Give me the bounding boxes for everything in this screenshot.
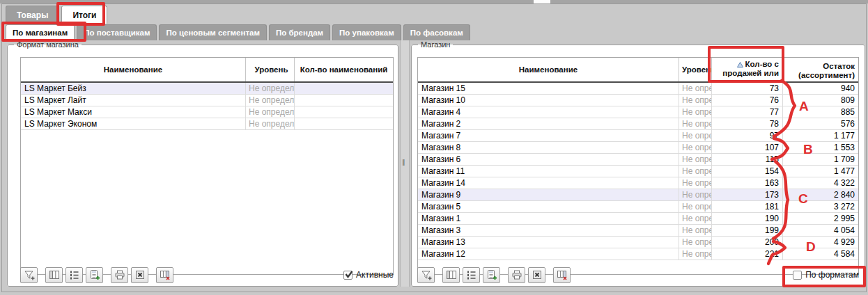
table-row[interactable]: Магазин 6 Не опре 115 1 709 <box>418 154 858 166</box>
col-header-count[interactable]: Кол-во наименований <box>295 58 393 81</box>
table-row[interactable]: Магазин 10 Не опре 76 809 <box>418 95 858 106</box>
cell-stock: 1 553 <box>783 142 858 153</box>
cell-name: Магазин 12 <box>418 248 679 260</box>
subtab-item[interactable]: По поставщикам <box>77 24 157 40</box>
col-header-stock[interactable]: Остаток (ассортимент) <box>783 58 858 81</box>
cell-stock: 940 <box>783 83 858 94</box>
excel-export-button[interactable] <box>528 267 545 283</box>
table-row[interactable]: Магазин 3 Не опре 199 4 054 <box>418 225 858 237</box>
calculator-add-button[interactable] <box>483 267 500 283</box>
filter-add-button[interactable] <box>417 267 435 283</box>
excel-export-icon <box>134 269 146 280</box>
table-row[interactable]: Магазин 12 Не опре 221 4 584 <box>418 248 858 260</box>
cell-level: Не опре <box>679 189 712 200</box>
cell-level: Не опре <box>679 130 712 141</box>
tab-item[interactable]: Итоги <box>61 6 107 24</box>
col-header-level[interactable]: Уровень <box>246 58 295 81</box>
table-row[interactable]: Магазин 1 Не опре 190 2 995 <box>418 213 858 225</box>
store-format-table: Наименование Уровень Кол-во наименований… <box>20 57 394 275</box>
numbered-list-icon <box>466 269 477 280</box>
table-row[interactable]: Магазин 5 Не опре 181 3 272 <box>418 201 858 213</box>
cell-stock: 4 929 <box>783 237 858 248</box>
print-button[interactable] <box>508 267 525 283</box>
cell-qty: 200 <box>712 237 783 248</box>
active-checkbox-label: Активные <box>356 270 394 280</box>
filter-add-icon <box>24 269 35 280</box>
table-row[interactable]: LS Маркет Макси Не определе <box>21 106 393 118</box>
subtab-item[interactable]: По ценовым сегментам <box>159 24 266 40</box>
cell-level: Не опре <box>679 95 712 106</box>
subtab-item[interactable]: По брендам <box>269 24 330 40</box>
active-checkbox[interactable] <box>343 271 352 280</box>
table-row[interactable]: Магазин 7 Не опре 97 1 177 <box>418 130 858 142</box>
cell-stock: 4 584 <box>783 248 858 260</box>
table-row[interactable]: Магазин 15 Не опре 73 940 <box>418 83 858 95</box>
cell-level: Не опре <box>679 118 712 129</box>
cell-qty: 77 <box>712 106 783 118</box>
cell-level: Не опре <box>679 248 712 260</box>
columns-icon <box>446 269 457 280</box>
cell-count <box>295 95 393 106</box>
table-row[interactable]: Магазин 14 Не опре 163 4 322 <box>418 177 858 189</box>
cell-qty: 154 <box>712 166 783 177</box>
left-panel-legend: Формат магазина <box>14 40 82 49</box>
table-row[interactable]: Магазин 4 Не опре 77 885 <box>418 106 858 118</box>
col-header-name[interactable]: Наименование <box>21 58 246 81</box>
excel-export-button[interactable] <box>131 267 148 283</box>
cell-stock: 4 322 <box>783 177 858 189</box>
cell-level: Не опре <box>679 142 712 153</box>
cell-count <box>295 118 393 129</box>
table-body: Магазин 15 Не опре 73 940 Магазин 10 Не … <box>418 83 858 260</box>
subtab-item[interactable]: По упаковкам <box>332 24 401 40</box>
cell-name: Магазин 11 <box>418 166 679 177</box>
table-row[interactable]: Магазин 13 Не опре 200 4 929 <box>418 237 858 248</box>
cell-qty: 163 <box>712 177 783 189</box>
cell-name: LS Маркет Макси <box>21 106 246 118</box>
panel-splitter[interactable]: ∥ <box>400 40 410 287</box>
table-row[interactable]: Магазин 9 Не опре 173 2 840 <box>418 189 858 201</box>
cell-stock: 2 840 <box>783 189 858 200</box>
tab-item[interactable]: Товары <box>6 6 59 24</box>
cell-level: Не опре <box>679 201 712 212</box>
col-header-qty-sorted[interactable]: Кол-во с продажей или остатком <box>712 58 783 81</box>
right-panel-legend: Магазин <box>418 40 453 49</box>
cell-qty: 76 <box>712 95 783 106</box>
left-toolbar: Активные <box>20 266 394 284</box>
numbered-list-button[interactable] <box>65 267 83 283</box>
table-row[interactable]: LS Маркет Эконом Не определе <box>21 118 393 130</box>
table-row[interactable]: Магазин 2 Не опре 78 576 <box>418 118 858 130</box>
cell-name: Магазин 7 <box>418 130 679 141</box>
cell-stock: 1 477 <box>783 166 858 177</box>
table-row[interactable]: Магазин 8 Не опре 107 1 553 <box>418 142 858 154</box>
filter-add-button[interactable] <box>20 267 38 283</box>
table-row[interactable]: LS Маркет Бейз Не определе <box>21 83 393 95</box>
remove-column-button[interactable] <box>156 267 173 283</box>
numbered-list-button[interactable] <box>463 267 480 283</box>
cell-stock: 576 <box>783 118 858 129</box>
remove-column-icon <box>160 269 171 280</box>
splitter-grip-icon: ∥ <box>402 159 405 166</box>
col-header-name[interactable]: Наименование <box>418 58 679 81</box>
table-row[interactable]: LS Маркет Лайт Не определе <box>21 95 393 106</box>
by-formats-checkbox[interactable] <box>793 271 802 280</box>
remove-column-button[interactable] <box>553 267 571 283</box>
col-header-level[interactable]: Уровень <box>679 58 712 81</box>
columns-button[interactable] <box>442 267 460 283</box>
print-button[interactable] <box>111 267 128 283</box>
subtab-item[interactable]: По магазинам <box>6 24 75 40</box>
cell-qty: 115 <box>712 154 783 165</box>
print-icon <box>114 269 125 280</box>
columns-button[interactable] <box>45 267 63 283</box>
subtab-item[interactable]: По фасовкам <box>403 24 470 40</box>
calculator-add-icon <box>89 269 100 280</box>
cell-stock: 2 995 <box>783 213 858 224</box>
cell-level: Не опре <box>679 177 712 189</box>
table-row[interactable]: Магазин 11 Не опре 154 1 477 <box>418 166 858 177</box>
cell-name: LS Маркет Эконом <box>21 118 246 129</box>
cell-qty: 73 <box>712 83 783 94</box>
numbered-list-icon <box>69 269 80 280</box>
cell-level: Не опре <box>679 154 712 165</box>
cell-level: Не опре <box>679 106 712 118</box>
cell-name: Магазин 8 <box>418 142 679 153</box>
calculator-add-button[interactable] <box>86 267 103 283</box>
